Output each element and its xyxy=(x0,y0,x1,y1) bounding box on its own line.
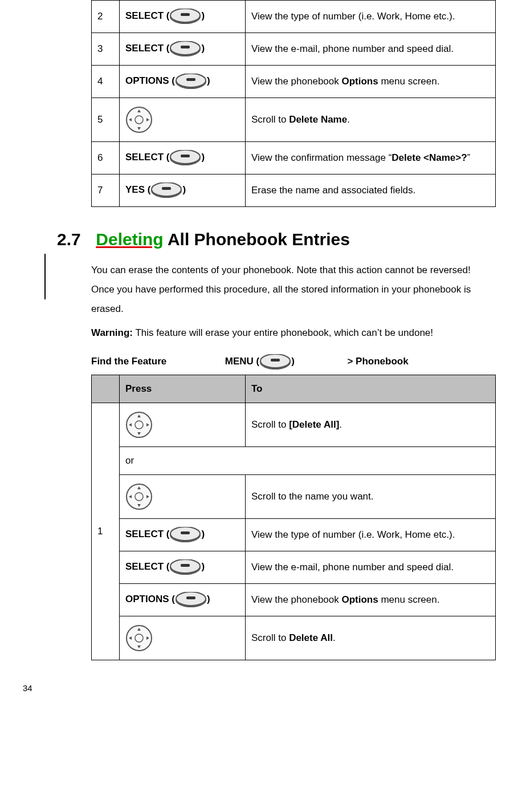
find-feature-menu: MENU () xyxy=(225,354,345,370)
section-number: 2.7 xyxy=(57,230,91,249)
softkey-icon xyxy=(169,9,201,25)
table-row: Scroll to the name you want. xyxy=(92,475,496,519)
to-cell: Scroll to Delete Name. xyxy=(246,98,496,142)
table-row: 5Scroll to Delete Name. xyxy=(92,98,496,142)
table-row: SELECT ()View the type of number (i.e. W… xyxy=(92,519,496,551)
press-label: SELECT ( xyxy=(125,43,169,54)
softkey-icon xyxy=(175,74,207,90)
table-header-to: To xyxy=(246,375,496,403)
to-cell: Erase the name and associated fields. xyxy=(246,174,496,207)
to-text: View the phonebook xyxy=(251,76,341,87)
press-label: YES ( xyxy=(125,184,150,195)
to-text-bold: Delete All xyxy=(289,632,333,643)
nav-icon xyxy=(125,624,153,652)
nav-icon xyxy=(125,483,153,510)
to-text-bold: [Delete All] xyxy=(289,419,339,430)
to-text: Scroll to xyxy=(251,419,289,430)
find-feature-breadcrumb: > Phonebook xyxy=(347,356,408,367)
step-number: 1 xyxy=(92,403,120,660)
to-cell: View the type of number (i.e. Work, Home… xyxy=(246,1,496,33)
menu-label: MENU xyxy=(225,356,254,367)
to-text: View the type of number (i.e. Work, Home… xyxy=(251,529,455,540)
softkey-icon xyxy=(169,41,201,57)
to-text: View the e-mail, phone number and speed … xyxy=(251,43,454,54)
to-cell: Scroll to [Delete All]. xyxy=(246,403,496,447)
warning-label: Warning: xyxy=(91,327,133,338)
find-the-feature-line: Find the Feature MENU () > Phonebook xyxy=(91,354,492,370)
to-text: Erase the name and associated fields. xyxy=(251,185,415,196)
press-label: SELECT ( xyxy=(125,529,169,539)
press-label: SELECT ( xyxy=(125,152,169,163)
table-header-blank xyxy=(92,375,120,403)
body-paragraph: You can erase the contents of your phone… xyxy=(91,261,492,319)
softkey-icon xyxy=(169,527,201,543)
to-text: Scroll to xyxy=(251,632,289,643)
table-row: SELECT ()View the e-mail, phone number a… xyxy=(92,551,496,584)
to-text-bold: Options xyxy=(341,76,378,87)
to-text: menu screen. xyxy=(378,594,440,605)
to-text: View the confirmation message “ xyxy=(251,152,392,163)
press-label: OPTIONS ( xyxy=(125,75,175,86)
to-cell: View the confirmation message “Delete <N… xyxy=(246,142,496,174)
table-row: 6SELECT ()View the confirmation message … xyxy=(92,142,496,174)
press-cell: OPTIONS () xyxy=(120,66,246,98)
press-cell xyxy=(120,616,246,660)
or-cell: or xyxy=(120,447,496,475)
press-cell xyxy=(120,403,246,447)
to-text: Scroll to the name you want. xyxy=(251,491,374,502)
step-number: 6 xyxy=(92,142,120,174)
table-header-press: Press xyxy=(120,375,246,403)
to-text: . xyxy=(347,114,350,125)
press-label: SELECT ( xyxy=(125,10,169,21)
press-cell: SELECT () xyxy=(120,1,246,33)
to-text: View the phonebook xyxy=(251,594,341,605)
step-number: 7 xyxy=(92,174,120,207)
steps-table-1: 2SELECT ()View the type of number (i.e. … xyxy=(91,0,496,207)
steps-table-2: Press To 1Scroll to [Delete All].orScrol… xyxy=(91,375,496,660)
table-row: 2SELECT ()View the type of number (i.e. … xyxy=(92,1,496,33)
to-text: menu screen. xyxy=(378,76,440,87)
table-row: or xyxy=(92,447,496,475)
step-number: 4 xyxy=(92,66,120,98)
table-row: 3SELECT ()View the e-mail, phone number … xyxy=(92,33,496,66)
warning-text: This feature will erase your entire phon… xyxy=(133,327,433,338)
section-title-deleting: Deleting xyxy=(96,230,163,249)
document-page: 2SELECT ()View the type of number (i.e. … xyxy=(0,0,526,716)
press-cell: SELECT () xyxy=(120,33,246,66)
press-cell: SELECT () xyxy=(120,142,246,174)
table-row: 4OPTIONS ()View the phonebook Options me… xyxy=(92,66,496,98)
to-text-bold: Delete Name xyxy=(289,114,347,125)
to-text-bold: Delete <Name>? xyxy=(392,152,467,163)
table-row: Scroll to Delete All. xyxy=(92,616,496,660)
softkey-icon xyxy=(175,592,207,608)
table-row: 1Scroll to [Delete All]. xyxy=(92,403,496,447)
press-cell xyxy=(120,475,246,519)
nav-icon xyxy=(125,411,153,439)
to-cell: View the phonebook Options menu screen. xyxy=(246,66,496,98)
softkey-icon xyxy=(169,150,201,166)
table-row: 7YES ()Erase the name and associated fie… xyxy=(92,174,496,207)
section-title-rest: All Phonebook Entries xyxy=(164,230,350,249)
table-row: OPTIONS ()View the phonebook Options men… xyxy=(92,584,496,616)
softkey-icon xyxy=(150,182,182,198)
to-text-bold: Options xyxy=(341,594,378,605)
nav-icon xyxy=(125,106,153,133)
warning-paragraph: Warning: This feature will erase your en… xyxy=(91,323,492,343)
softkey-icon xyxy=(259,354,291,370)
softkey-icon xyxy=(169,559,201,575)
to-text: View the e-mail, phone number and speed … xyxy=(251,562,454,573)
press-cell: YES () xyxy=(120,174,246,207)
to-cell: View the phonebook Options menu screen. xyxy=(246,584,496,616)
to-text: . xyxy=(333,632,336,643)
to-text: . xyxy=(339,419,342,430)
press-cell: SELECT () xyxy=(120,551,246,584)
press-label: SELECT ( xyxy=(125,561,169,572)
step-number: 3 xyxy=(92,33,120,66)
to-cell: View the e-mail, phone number and speed … xyxy=(246,551,496,584)
to-text: Scroll to xyxy=(251,114,289,125)
to-cell: View the type of number (i.e. Work, Home… xyxy=(246,519,496,551)
press-cell: OPTIONS () xyxy=(120,584,246,616)
to-text: View the type of number (i.e. Work, Home… xyxy=(251,11,455,22)
to-cell: Scroll to the name you want. xyxy=(246,475,496,519)
change-bar xyxy=(44,254,46,299)
